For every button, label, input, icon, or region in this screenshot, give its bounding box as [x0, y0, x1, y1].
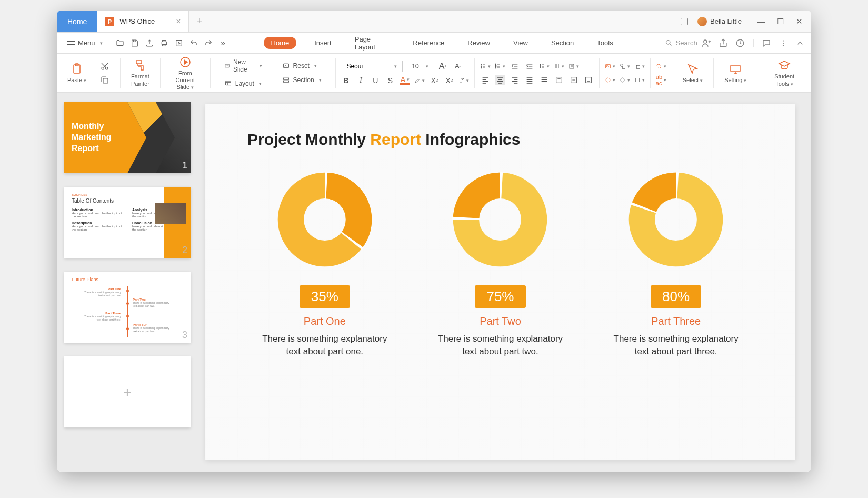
reset-button[interactable]: Reset — [279, 61, 320, 72]
add-slide-button[interactable]: + — [64, 356, 191, 427]
tab-view[interactable]: View — [508, 37, 533, 49]
svg-rect-17 — [283, 81, 288, 82]
add-user-icon[interactable] — [702, 38, 711, 48]
thumbnail-slide-3[interactable]: Future Plans Part OneThere is something … — [64, 272, 191, 343]
bold-button[interactable]: B — [341, 75, 351, 86]
format-painter-group[interactable]: Farmat Painter — [126, 54, 155, 92]
maximize-button[interactable]: ☐ — [775, 17, 785, 26]
search-placeholder: Search — [676, 39, 697, 47]
donut-block-3[interactable]: 80% Part Three There is something explan… — [607, 170, 744, 358]
setting-group[interactable]: Setting — [719, 54, 752, 92]
paste-group[interactable]: Paste — [62, 54, 92, 92]
select-group[interactable]: Select — [677, 54, 709, 92]
undo-icon[interactable] — [189, 38, 198, 48]
tab-section[interactable]: Section — [546, 37, 579, 49]
slide-canvas[interactable]: Project Monthly Report Infographics 35% … — [205, 104, 795, 460]
decrease-font-icon[interactable]: A- — [452, 61, 463, 72]
donut-block-1[interactable]: 35% Part One There is something explanat… — [256, 170, 393, 358]
avatar-icon — [697, 17, 707, 26]
shape-fill-button[interactable] — [605, 75, 615, 85]
thumbnail-slide-1[interactable]: MonthlyMarketingReport 1 — [64, 102, 191, 173]
redo-icon[interactable] — [204, 38, 213, 48]
preview-icon[interactable] — [174, 38, 184, 48]
increase-indent-button[interactable] — [524, 61, 535, 72]
svg-rect-24 — [570, 64, 574, 68]
distribute-button[interactable] — [539, 75, 550, 85]
highlight-button[interactable] — [414, 75, 425, 86]
line-spacing-button[interactable] — [539, 61, 550, 72]
home-button[interactable]: Home — [57, 11, 97, 32]
section-button[interactable]: Section — [279, 75, 325, 86]
user-profile[interactable]: Bella Little — [697, 17, 742, 26]
close-window-button[interactable]: ✕ — [794, 17, 804, 26]
more-vertical-icon[interactable] — [779, 38, 788, 48]
font-color-button[interactable]: A — [400, 76, 410, 85]
tab-review[interactable]: Review — [462, 37, 495, 49]
layout-toggle-icon[interactable] — [681, 18, 688, 25]
more-quickaccess-icon[interactable]: » — [218, 38, 228, 48]
strikethrough-button[interactable]: S — [385, 75, 395, 86]
percentage-badge: 35% — [300, 285, 350, 308]
tab-reference[interactable]: Reference — [407, 37, 450, 49]
add-tab-button[interactable]: + — [189, 11, 210, 32]
shape-outline-button[interactable] — [620, 75, 630, 85]
tab-tools[interactable]: Tools — [592, 37, 618, 49]
tab-page-layout[interactable]: Page Layout — [350, 33, 395, 53]
donut-block-2[interactable]: 75% Part Two There is something explanat… — [432, 170, 568, 358]
history-icon[interactable] — [735, 38, 745, 48]
italic-button[interactable]: I — [355, 75, 366, 86]
superscript-button[interactable]: X2 — [429, 75, 440, 86]
subscript-button[interactable]: X2 — [444, 75, 454, 86]
save-icon[interactable] — [130, 38, 139, 48]
replace-button[interactable]: abac — [656, 75, 666, 85]
print-icon[interactable] — [159, 38, 169, 48]
layout-button[interactable]: Layout — [221, 78, 265, 89]
align-left-button[interactable] — [480, 75, 491, 85]
open-file-icon[interactable] — [115, 38, 125, 48]
picture-button[interactable] — [605, 61, 615, 72]
menubar: Menu » Home Insert Page Layout Reference… — [57, 33, 811, 54]
export-icon[interactable] — [145, 38, 154, 48]
app-window: Home P WPS Office × + Bella Little — ☐ ✕… — [57, 11, 811, 472]
minimize-button[interactable]: — — [756, 17, 766, 26]
slide-title[interactable]: Project Monthly Report Infographics — [247, 131, 753, 148]
shapes-button[interactable] — [620, 61, 630, 72]
underline-button[interactable]: U — [370, 75, 381, 86]
cut-icon[interactable] — [100, 62, 109, 71]
svg-point-18 — [481, 64, 482, 65]
justify-button[interactable] — [524, 75, 535, 85]
align-top-button[interactable] — [554, 75, 564, 85]
align-text-button[interactable] — [568, 61, 579, 72]
align-middle-button[interactable] — [568, 75, 579, 85]
clear-format-button[interactable] — [458, 75, 469, 86]
svg-rect-16 — [283, 78, 288, 79]
student-tools-group[interactable]: Student Tools — [763, 54, 806, 92]
tab-insert[interactable]: Insert — [309, 37, 337, 49]
arrange-button[interactable] — [634, 61, 645, 72]
decrease-indent-button[interactable] — [510, 61, 520, 72]
find-button[interactable] — [656, 61, 666, 72]
shape-effects-button[interactable] — [634, 75, 645, 85]
align-bottom-button[interactable] — [583, 75, 594, 85]
thumbnail-slide-2[interactable]: BUSINESS Table Of Contents IntroductionH… — [64, 187, 191, 258]
document-tab[interactable]: P WPS Office × — [97, 11, 188, 32]
copy-icon[interactable] — [100, 75, 109, 85]
menu-dropdown[interactable]: Menu — [63, 37, 107, 49]
font-size-select[interactable]: 10▾ — [407, 61, 433, 72]
font-family-select[interactable]: Seoui▾ — [341, 61, 403, 72]
search-input[interactable]: Search — [665, 39, 697, 47]
close-tab-icon[interactable]: × — [176, 17, 181, 26]
tab-home[interactable]: Home — [264, 37, 297, 49]
text-direction-button[interactable] — [554, 61, 564, 72]
align-right-button[interactable] — [510, 75, 520, 85]
bullets-button[interactable] — [480, 61, 491, 72]
align-center-button[interactable] — [495, 75, 505, 85]
comment-icon[interactable] — [762, 38, 771, 48]
new-slide-button[interactable]: New Slide — [221, 57, 265, 75]
play-from-current-group[interactable]: From Current Slide — [166, 54, 205, 92]
share-icon[interactable] — [719, 38, 728, 48]
collapse-ribbon-icon[interactable] — [795, 38, 805, 48]
increase-font-icon[interactable]: A+ — [437, 61, 448, 72]
numbering-button[interactable]: 123 — [495, 61, 505, 72]
svg-point-34 — [606, 78, 610, 82]
